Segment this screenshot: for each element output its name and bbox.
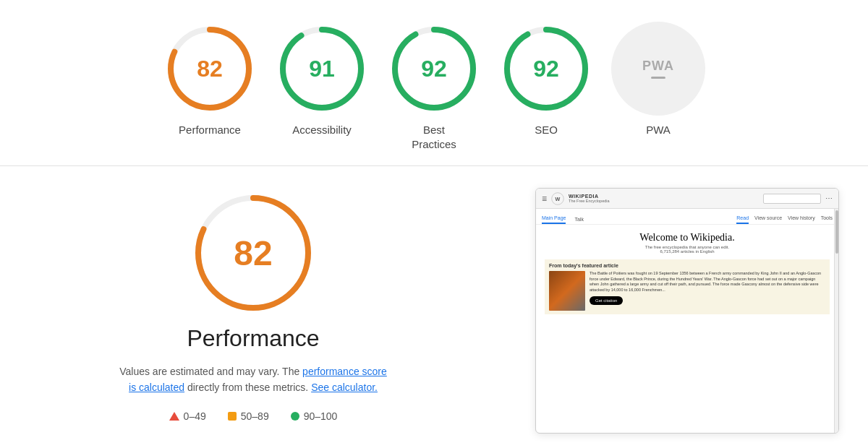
performance-description: Values are estimated and may vary. The p… <box>119 363 387 396</box>
browser-scrollbar[interactable] <box>834 209 838 433</box>
performance-title: Performance <box>187 325 319 352</box>
hamburger-icon: ≡ <box>542 194 547 204</box>
browser-nav-read[interactable]: Read <box>736 215 749 224</box>
metric-best-practices[interactable]: 92 BestPractices <box>382 22 487 151</box>
browser-tagline: The Free Encyclopedia <box>569 199 759 203</box>
description-text-1: Values are estimated and may vary. The <box>119 366 299 377</box>
calculator-link[interactable]: See calculator. <box>311 382 378 393</box>
score-seo: 92 <box>533 56 559 82</box>
browser-more-icon[interactable]: ⋯ <box>825 194 833 202</box>
label-best-practices: BestPractices <box>412 123 456 151</box>
score-legend: 0–49 50–89 90–100 <box>169 410 338 422</box>
wiki-get-citation-button[interactable]: Get citation <box>590 296 623 305</box>
wiki-featured-title: From today's featured article <box>549 263 825 268</box>
browser-toolbar: ≡ W Wikipedia The Free Encyclopedia ⋯ <box>536 189 838 209</box>
legend-range-orange: 50–89 <box>241 410 269 422</box>
gauge-performance: 82 <box>163 22 257 116</box>
wiki-featured-text: The Battle of Poitiers was fought on 19 … <box>590 271 825 293</box>
browser-title-area: Wikipedia The Free Encyclopedia <box>569 194 759 203</box>
pwa-text: PWA <box>642 59 674 74</box>
browser-search-box[interactable] <box>763 194 821 204</box>
metrics-bar: 82 Performance 91 Accessibility 92 BestP… <box>0 0 868 166</box>
score-accessibility: 91 <box>309 56 335 82</box>
big-gauge-performance: 82 <box>188 188 318 318</box>
browser-content: Welcome to Wikipedia. The free encyclope… <box>536 225 838 326</box>
legend-item-red: 0–49 <box>169 410 206 422</box>
svg-text:W: W <box>556 195 561 202</box>
orange-square-icon <box>228 412 237 421</box>
legend-item-green: 90–100 <box>291 410 338 422</box>
score-performance: 82 <box>197 56 223 82</box>
pwa-dash-icon <box>651 77 665 79</box>
label-performance: Performance <box>179 123 241 137</box>
gauge-accessibility: 91 <box>275 22 369 116</box>
detail-section: 82 Performance Values are estimated and … <box>0 166 868 448</box>
wiki-article-count: 6,715,284 articles in English <box>545 249 830 254</box>
metric-pwa[interactable]: PWA PWA <box>606 22 711 137</box>
browser-scrollbar-thumb <box>835 210 838 254</box>
performance-detail: 82 Performance Values are estimated and … <box>29 188 477 434</box>
browser-preview-area: ≡ W Wikipedia The Free Encyclopedia ⋯ Ma… <box>506 188 839 434</box>
gauge-seo: 92 <box>499 22 593 116</box>
gauge-best-practices: 92 <box>387 22 481 116</box>
metric-accessibility[interactable]: 91 Accessibility <box>270 22 375 137</box>
red-triangle-icon <box>169 412 179 421</box>
wikipedia-logo: W <box>551 192 564 205</box>
legend-range-red: 0–49 <box>184 410 206 422</box>
browser-nav-right: Read View source View history Tools <box>736 215 833 224</box>
green-circle-icon <box>291 412 299 421</box>
browser-nav: Main Page Talk Read View source View his… <box>536 209 838 225</box>
metric-performance[interactable]: 82 Performance <box>158 22 263 137</box>
description-text-2: directly from these metrics. <box>187 382 311 393</box>
browser-nav-tools[interactable]: Tools <box>821 215 833 224</box>
browser-nav-view-source[interactable]: View source <box>754 215 782 224</box>
label-seo: SEO <box>535 123 558 137</box>
legend-range-green: 90–100 <box>304 410 338 422</box>
legend-item-orange: 50–89 <box>228 410 269 422</box>
gauge-pwa: PWA <box>611 22 705 116</box>
big-score-performance: 82 <box>234 233 272 273</box>
score-best-practices: 92 <box>421 56 447 82</box>
wiki-featured-image <box>549 271 585 311</box>
wiki-featured-text-area: The Battle of Poitiers was fought on 19 … <box>590 271 825 311</box>
wiki-featured-body: The Battle of Poitiers was fought on 19 … <box>549 271 825 311</box>
browser-site-name: Wikipedia <box>569 194 759 199</box>
browser-nav-main[interactable]: Main Page <box>542 215 566 224</box>
label-accessibility: Accessibility <box>292 123 352 137</box>
browser-preview: ≡ W Wikipedia The Free Encyclopedia ⋯ Ma… <box>535 188 839 434</box>
browser-nav-talk[interactable]: Talk <box>574 217 583 224</box>
wiki-subtitle: The free encyclopedia that anyone can ed… <box>545 245 830 254</box>
wiki-main-title: Welcome to Wikipedia. <box>545 232 830 244</box>
wiki-featured-article: From today's featured article The Battle… <box>545 259 830 314</box>
browser-nav-history[interactable]: View history <box>788 215 815 224</box>
metric-seo[interactable]: 92 SEO <box>494 22 599 137</box>
label-pwa: PWA <box>646 123 671 137</box>
